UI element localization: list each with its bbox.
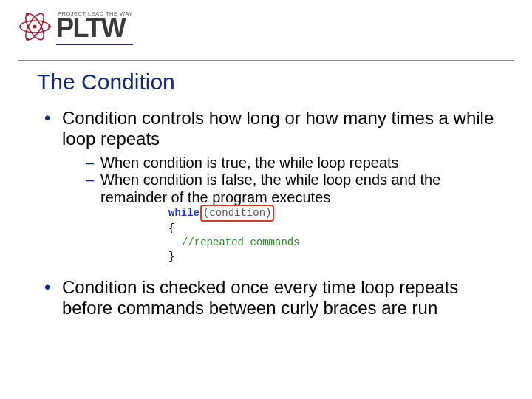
code-comment: //repeated commands bbox=[182, 236, 300, 248]
bullet-list: Condition controls how long or how many … bbox=[44, 108, 495, 206]
bullet-1-text: Condition controls how long or how many … bbox=[62, 108, 494, 149]
slide: PROJECT LEAD THE WAY PLTW The Condition … bbox=[0, 0, 532, 399]
condition-text: condition bbox=[209, 207, 265, 219]
svg-point-5 bbox=[26, 38, 29, 41]
code-line-3: //repeated commands bbox=[168, 236, 331, 250]
header: PROJECT LEAD THE WAY PLTW bbox=[0, 0, 532, 61]
code-line-4: } bbox=[168, 250, 331, 264]
code-line-2: { bbox=[168, 222, 331, 236]
sub-bullet-2: When condition is false, the while loop … bbox=[86, 171, 495, 206]
svg-point-4 bbox=[48, 25, 51, 28]
sub-bullet-list: When condition is true, the while loop r… bbox=[86, 154, 495, 207]
code-figure: while(condition) { //repeated commands } bbox=[168, 205, 331, 264]
header-divider bbox=[18, 60, 514, 61]
bullet-2: Condition is checked once every time loo… bbox=[44, 277, 495, 319]
svg-point-6 bbox=[26, 13, 29, 16]
atom-icon bbox=[18, 10, 52, 43]
keyword-while: while bbox=[168, 207, 200, 219]
bullet-list-2: Condition is checked once every time loo… bbox=[44, 277, 495, 319]
bullet-1: Condition controls how long or how many … bbox=[44, 108, 495, 206]
sub-bullet-1: When condition is true, the while loop r… bbox=[86, 154, 495, 172]
slide-title: The Condition bbox=[37, 69, 495, 95]
content: The Condition Condition controls how lon… bbox=[0, 61, 532, 319]
logo-text: PROJECT LEAD THE WAY PLTW bbox=[56, 10, 133, 45]
svg-point-3 bbox=[33, 24, 37, 28]
logo-wordmark: PLTW bbox=[56, 16, 133, 45]
condition-box: (condition) bbox=[200, 205, 274, 222]
code-line-1: while(condition) bbox=[168, 205, 331, 222]
logo: PROJECT LEAD THE WAY PLTW bbox=[18, 7, 514, 45]
